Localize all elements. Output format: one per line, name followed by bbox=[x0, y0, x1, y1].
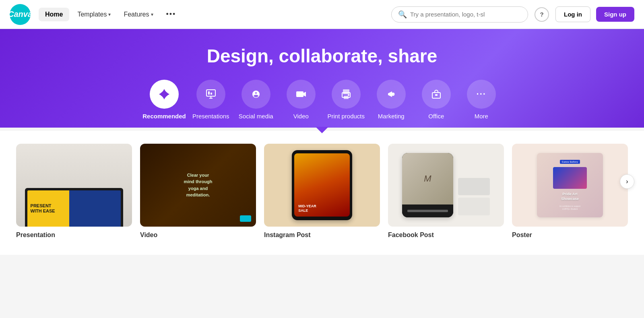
template-card-instagram-post[interactable]: MID-YEARSALE Instagram Post bbox=[264, 144, 380, 239]
hero-arrow bbox=[316, 127, 328, 133]
search-icon: 🔍 bbox=[398, 10, 407, 19]
category-icon-print-products bbox=[332, 80, 361, 109]
svg-rect-3 bbox=[211, 93, 212, 95]
category-label-marketing: Marketing bbox=[378, 113, 405, 120]
template-card-video[interactable]: Clear yourmind throughyoga andmeditation… bbox=[140, 144, 256, 239]
templates-section: PRESENTWITH EASE Presentation Clear your… bbox=[0, 131, 644, 255]
category-label-print-products: Print products bbox=[327, 113, 365, 120]
category-print-products[interactable]: Print products bbox=[326, 80, 366, 120]
login-button[interactable]: Log in bbox=[555, 6, 590, 22]
template-label-facebook-post: Facebook Post bbox=[388, 231, 504, 239]
nav-more-dots[interactable]: ••• bbox=[161, 7, 181, 22]
svg-marker-7 bbox=[303, 92, 306, 97]
category-icon-marketing bbox=[377, 80, 406, 109]
svg-rect-14 bbox=[435, 94, 438, 96]
search-bar: 🔍 bbox=[391, 6, 528, 23]
template-label-instagram-post: Instagram Post bbox=[264, 231, 380, 239]
category-label-social-media: Social media bbox=[239, 113, 273, 120]
svg-rect-6 bbox=[296, 91, 303, 97]
category-more[interactable]: ···More bbox=[461, 80, 502, 120]
svg-point-11 bbox=[348, 94, 349, 96]
nav-features[interactable]: Features ▾ bbox=[119, 8, 158, 21]
svg-rect-2 bbox=[208, 91, 210, 95]
category-icon-office bbox=[422, 80, 451, 109]
svg-rect-10 bbox=[344, 96, 349, 99]
category-office[interactable]: Office bbox=[416, 80, 456, 120]
svg-rect-12 bbox=[392, 93, 394, 96]
nav-templates-label: Templates bbox=[77, 11, 107, 18]
category-row: RecommendedPresentationsSocial mediaVide… bbox=[0, 80, 644, 128]
template-label-video: Video bbox=[140, 231, 256, 239]
category-recommended[interactable]: Recommended bbox=[142, 80, 186, 120]
help-button[interactable]: ? bbox=[535, 7, 549, 22]
template-label-presentation: Presentation bbox=[16, 231, 132, 239]
template-thumb-video: Clear yourmind throughyoga andmeditation… bbox=[140, 144, 256, 227]
category-social-media[interactable]: Social media bbox=[236, 80, 276, 120]
hero-title: Design, collaborate, share bbox=[0, 45, 644, 67]
category-icon-more: ··· bbox=[467, 80, 496, 109]
hero-banner: Design, collaborate, share RecommendedPr… bbox=[0, 29, 644, 128]
logo-text: Canva bbox=[8, 10, 32, 19]
nav-templates[interactable]: Templates ▾ bbox=[72, 8, 116, 21]
nav-home[interactable]: Home bbox=[39, 8, 69, 21]
template-card-presentation[interactable]: PRESENTWITH EASE Presentation bbox=[16, 144, 132, 239]
chevron-down-icon: ▾ bbox=[151, 12, 153, 17]
svg-rect-8 bbox=[343, 89, 349, 94]
svg-point-0 bbox=[163, 93, 165, 95]
category-label-presentations: Presentations bbox=[192, 113, 229, 120]
category-presentations[interactable]: Presentations bbox=[191, 80, 231, 120]
next-arrow[interactable]: › bbox=[620, 174, 634, 189]
category-label-video: Video bbox=[293, 113, 309, 120]
template-thumb-poster: Canva Gallery Pride ArtShowcase An exhib… bbox=[512, 144, 628, 227]
template-card-facebook-post[interactable]: M Facebook Post bbox=[388, 144, 504, 239]
templates-row: PRESENTWITH EASE Presentation Clear your… bbox=[16, 144, 628, 239]
nav-features-label: Features bbox=[124, 11, 149, 18]
category-label-recommended: Recommended bbox=[142, 113, 186, 120]
category-icon-presentations bbox=[196, 80, 225, 109]
template-label-poster: Poster bbox=[512, 231, 628, 239]
template-card-poster[interactable]: Canva Gallery Pride ArtShowcase An exhib… bbox=[512, 144, 628, 239]
category-label-office: Office bbox=[428, 113, 444, 120]
template-thumb-presentation: PRESENTWITH EASE bbox=[16, 144, 132, 227]
navbar: Canva Home Templates ▾ Features ▾ ••• 🔍 … bbox=[0, 0, 644, 29]
logo[interactable]: Canva bbox=[10, 4, 31, 25]
search-input[interactable] bbox=[410, 11, 521, 18]
category-label-more: More bbox=[475, 113, 488, 120]
category-icon-social-media bbox=[242, 80, 270, 109]
template-thumb-facebook-post: M bbox=[388, 144, 504, 227]
category-icon-recommended bbox=[150, 80, 179, 109]
category-marketing[interactable]: Marketing bbox=[371, 80, 411, 120]
category-icon-video bbox=[287, 80, 316, 109]
template-thumb-instagram-post: MID-YEARSALE bbox=[264, 144, 380, 227]
signup-button[interactable]: Sign up bbox=[596, 7, 634, 22]
chevron-down-icon: ▾ bbox=[108, 12, 111, 17]
category-video[interactable]: Video bbox=[281, 80, 321, 120]
